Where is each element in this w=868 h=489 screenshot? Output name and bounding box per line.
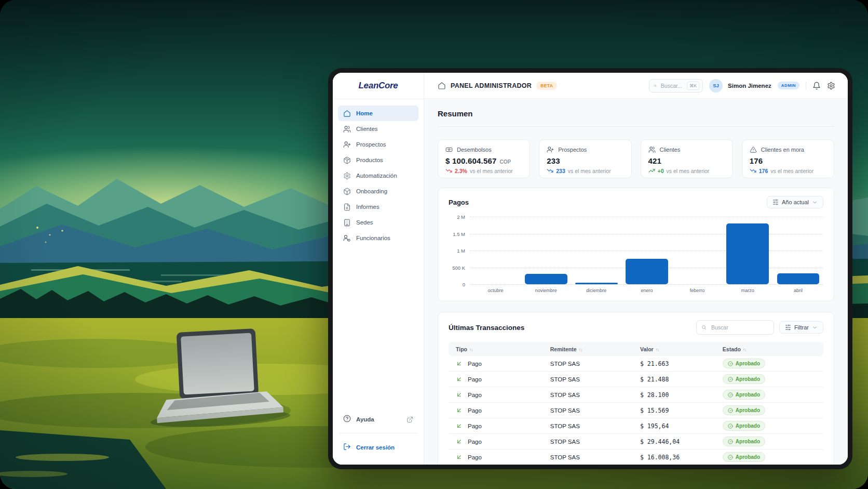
cell-remitente: STOP SAS <box>546 387 636 403</box>
column-header-remitente[interactable]: Remitente↑↓ <box>546 342 636 356</box>
page-title: Resumen <box>438 109 834 118</box>
table-row[interactable]: PagoSTOP SAS$ 21.663Aprobado <box>449 356 823 372</box>
stat-card-trend-value: 176 <box>759 168 768 174</box>
bar-slot-marzo <box>723 217 773 284</box>
status-label: Aprobado <box>736 361 760 366</box>
global-search[interactable]: ⌘K <box>649 79 703 92</box>
period-filter-label: Año actual <box>782 199 809 205</box>
sidebar-item-prospectos[interactable]: Prospectos <box>338 137 418 152</box>
cell-remitente: STOP SAS <box>546 403 636 418</box>
sidebar-item-funcionarios[interactable]: Funcionarios <box>338 230 418 246</box>
bar-enero[interactable] <box>626 259 668 284</box>
stat-card-trend-text: vs el mes anterior <box>568 168 611 174</box>
x-tick-label: abril <box>773 288 823 293</box>
stat-card-value: 233 <box>547 156 560 165</box>
table-row[interactable]: PagoSTOP SAS$ 195,64Aprobado <box>449 418 823 434</box>
bar-slot-octubre <box>470 217 521 284</box>
status-badge: Aprobado <box>723 405 765 415</box>
status-label: Aprobado <box>736 407 760 413</box>
logo-row: LeanCore <box>333 73 424 99</box>
arrow-down-left-icon <box>456 438 463 445</box>
sidebar-bottom: Ayuda Cerrar sesión <box>333 411 424 465</box>
sidebar-item-label: Informes <box>356 204 379 210</box>
table-row[interactable]: PagoSTOP SAS$ 21.488Aprobado <box>449 372 823 387</box>
status-label: Aprobado <box>736 423 760 429</box>
avatar[interactable]: SJ <box>709 79 723 92</box>
sidebar-item-ayuda[interactable]: Ayuda <box>338 411 418 428</box>
check-circle-icon <box>728 455 733 460</box>
stat-card-value: $ 100.604.567 <box>445 156 497 165</box>
sidebar-item-clientes[interactable]: Clientes <box>338 121 418 137</box>
sidebar-item-productos[interactable]: Productos <box>338 152 418 168</box>
file-text-icon <box>343 203 351 211</box>
building-icon <box>343 219 351 227</box>
cell-tipo: Pago <box>468 439 482 445</box>
sidebar-item-label: Clientes <box>356 126 378 132</box>
user-plus-icon <box>547 146 554 153</box>
sidebar-item-informes[interactable]: Informes <box>338 199 418 215</box>
bar-abril[interactable] <box>777 273 820 284</box>
gear-icon[interactable] <box>827 82 835 90</box>
table-row[interactable]: PagoSTOP SAS$ 16.008,36Aprobado <box>449 450 823 465</box>
arrow-down-left-icon <box>456 360 463 367</box>
sidebar-item-label: Sedes <box>356 219 373 226</box>
cell-remitente: STOP SAS <box>546 356 636 372</box>
sort-icon[interactable]: ↑↓ <box>578 347 582 352</box>
sidebar: LeanCore HomeClientesProspectosProductos… <box>333 73 424 465</box>
check-circle-icon <box>728 424 733 429</box>
period-filter-dropdown[interactable]: Año actual <box>767 196 823 208</box>
sidebar-item-home[interactable]: Home <box>338 105 418 121</box>
logout-icon <box>343 443 351 453</box>
table-row[interactable]: PagoSTOP SAS$ 28.100Aprobado <box>449 387 823 403</box>
trend-down-icon <box>445 167 452 174</box>
chevron-down-icon <box>812 200 818 205</box>
filter-dropdown[interactable]: Filtrar <box>779 321 823 334</box>
column-header-tipo[interactable]: Tipo↑↓ <box>449 342 546 356</box>
cog-icon <box>343 172 351 180</box>
role-badge: ADMIN <box>778 82 799 89</box>
bar-slot-diciembre <box>571 217 621 284</box>
title-divider <box>438 126 834 127</box>
check-circle-icon <box>728 439 733 444</box>
transactions-search-input[interactable] <box>710 324 769 331</box>
cell-remitente: STOP SAS <box>546 450 636 465</box>
cell-valor: $ 21.663 <box>636 356 718 372</box>
column-header-valor[interactable]: Valor↑↓ <box>636 342 718 356</box>
bar-diciembre[interactable] <box>575 283 618 284</box>
sort-icon[interactable]: ↑↓ <box>743 347 747 352</box>
chevron-down-icon <box>812 325 818 331</box>
bell-icon[interactable] <box>812 82 821 90</box>
sort-icon[interactable]: ↑↓ <box>469 347 473 352</box>
cell-tipo: Pago <box>468 407 482 414</box>
bar-marzo[interactable] <box>726 223 769 284</box>
stat-card-trend-text: vs el mes anterior <box>770 168 813 174</box>
sidebar-item-automatizacion[interactable]: Automatización <box>338 168 418 183</box>
search-input[interactable] <box>660 82 684 89</box>
bar-slot-noviembre <box>521 217 571 284</box>
y-tick-label: 1 M <box>457 248 465 254</box>
alert-triangle-icon <box>750 146 757 153</box>
table-row[interactable]: PagoSTOP SAS$ 15.569Aprobado <box>449 403 823 418</box>
column-header-estado[interactable]: Estado↑↓ <box>718 342 823 356</box>
stat-card-trend-value: +0 <box>658 168 664 174</box>
chart-y-axis: 2 M1.5 M1 M500 K0 <box>449 217 470 284</box>
status-badge: Aprobado <box>723 390 765 400</box>
y-tick-label: 500 K <box>452 265 465 270</box>
breadcrumb: PANEL ADMINISTRADOR BETA <box>438 82 557 90</box>
help-circle-icon <box>343 415 351 425</box>
sidebar-item-label: Prospectos <box>356 141 386 148</box>
stat-card-clientes-en-mora: Clientes en mora176176vs el mes anterior <box>742 139 834 178</box>
users-icon <box>648 146 656 153</box>
bars <box>470 217 823 284</box>
status-label: Aprobado <box>736 376 760 382</box>
bar-noviembre[interactable] <box>525 274 567 284</box>
logout-button[interactable]: Cerrar sesión <box>338 439 418 456</box>
stat-card-unit: COP <box>500 159 511 165</box>
sidebar-item-onboarding[interactable]: Onboarding <box>338 183 418 199</box>
table-row[interactable]: PagoSTOP SAS$ 29.446,04Aprobado <box>449 434 823 450</box>
sliders-icon <box>772 199 779 205</box>
cell-tipo: Pago <box>468 454 482 460</box>
sidebar-item-sedes[interactable]: Sedes <box>338 215 418 230</box>
sort-icon[interactable]: ↑↓ <box>656 347 659 352</box>
transactions-search[interactable] <box>696 320 774 335</box>
